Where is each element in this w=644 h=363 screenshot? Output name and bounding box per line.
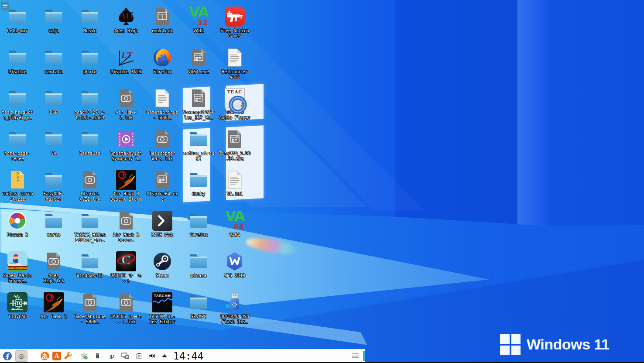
desktop-icon-sakracad[interactable]: SakraCad [72,129,107,156]
desktop-icon-label: cantata [37,69,71,75]
desktop-icon-grid: heli-warcajaMusicAHAces High!emiclockVA3… [0,0,644,363]
desktop-icon-ltspice[interactable]: LTspice [0,47,35,75]
steam-icon [152,251,173,272]
desktop-icon-tascam-hi-res-editor[interactable]: TASCAMTASCAM Hi-Res Editor [145,292,180,325]
desktop-icon-air-hawk-3-desert-storm[interactable]: Air Hawk 3 Desert Storm [109,169,144,202]
desktop-icon-label: LTspice XVII.lnk [73,192,107,202]
desktop-icon-label: Gamefabrique - 5000… [73,314,107,325]
desktop-icon-helicopter-wars[interactable]: Helicopter Wars [217,47,252,80]
folder-icon [188,292,209,313]
desktop-icon-va64-exe[interactable]: VA64.exe [181,47,216,75]
desktop-icon-super-mario-foreve[interactable]: MARIO FOREVERSuper Mario Foreve… [0,251,35,284]
tray-expander-tray-item[interactable] [159,351,170,361]
folder-icon [79,251,100,272]
desktop-icon-wps-2019[interactable]: WPS 2019 [217,251,252,278]
desktop-icon-ltspice-xvii[interactable]: LTLTspice XVII [109,47,144,75]
desktop-icon-label: VA64 [218,233,252,238]
desktop-icon-label: VA [37,151,71,156]
setup-tool-button[interactable] [63,351,73,361]
desktop-icon-photo[interactable]: photo [72,47,107,75]
volume-tray-item[interactable] [147,351,157,361]
input-method-a-button[interactable]: A [51,351,62,361]
desktop-icon-va32[interactable]: VA32VA32 [181,6,216,34]
desktop-icon-dsp[interactable]: DSP [36,88,71,115]
desktop-icon-cadlus-circuit-zip[interactable]: cadlus_circuit.zip [0,169,35,202]
cadlus-icon: C [116,251,137,272]
desktop-icon-va[interactable]: VA [36,129,71,156]
firefox-icon [152,47,173,68]
desktop-icon-aces-high-lnk[interactable]: Aces High.lnk [36,251,71,284]
media-doc-icon [43,251,64,272]
desktop-icon-tinycad-3-00-04-exe[interactable]: TinyCAD_3.00.04.exe [217,129,252,161]
desktop-icon-windows-10[interactable]: Windows-10 [72,251,107,278]
desktop-icon-firefox[interactable]: Firefox [145,47,180,75]
taskbar[interactable]: あA jp 14:44 [0,349,365,362]
panel-handle[interactable] [352,353,359,358]
desktop-icon-aces-high[interactable]: AHAces High [109,6,144,34]
desktop-icon-skympc[interactable]: SkyMPC [181,292,216,319]
desktop-icon-donky[interactable]: donky [181,169,216,197]
desktop-icon-home-page-renee[interactable]: home-page-renee [0,129,35,161]
desktop-icon-tinycad[interactable]: TCTinyCAD [0,292,35,319]
desktop-icon-air-hawk-2[interactable]: Air Hawk 2 [36,292,71,319]
desktop-icon-easydrf-master[interactable]: EasyDRF-master [36,169,71,202]
input-mozc-button[interactable]: あ [40,351,50,361]
desktop-icon-heli-war[interactable]: heli-war [0,6,35,34]
desktop-icon-voxengospanplus-117-wi[interactable]: VoxengoSPANPlus_117_Wi… [181,88,216,120]
display-settings-tray-item[interactable] [120,351,130,361]
folder-icon [188,129,209,150]
gimp-window-button[interactable] [16,351,27,361]
desktop-icon-firefox[interactable]: firefox [181,210,216,238]
desktop-icon-free-action-games[interactable]: Free Action Games [217,6,252,39]
desktop-icon-label: WPS 2019 [218,273,252,278]
desktop-icon-ltspice64-exe[interactable]: LTspice64.exe [145,169,180,202]
desktop-icon-gamefabrique-5000[interactable]: Gamefabrique - 5000… [72,292,107,325]
desktop-icon-cadlus[interactable]: CCADLUS サーキット [109,251,144,284]
app-window-icon [188,47,209,68]
desktop-icon-mate[interactable]: MATE 端末 [145,210,180,238]
desktop-icon-label: Aces High.lnk [37,273,71,284]
wrench-icon [63,351,73,361]
desktop-icon-air-hawk-2-lnk[interactable]: Air Hawk 2.lnk [109,88,144,120]
desktop-icon-label: Firefox [145,69,179,75]
desktop-icon-cadlus-circuit[interactable]: cadlus_circuit [181,129,216,161]
desktop-icon-buffalo-usb-flash-dis[interactable]: BUFFALO USB Flash Dis… [217,292,252,325]
desktop-icon-va64[interactable]: VA64VA64 [217,210,252,238]
desktop-icon-cadlus-lnk[interactable]: CADLUS サーキット.lnk [109,292,144,325]
desktop-icon-va-ini[interactable]: VA.ini [217,169,252,197]
desktop-icon-steam[interactable]: Steam [145,251,180,278]
desktop-icon-teac-hr-audio-player-v[interactable]: teac_hr_audio_player_v… [0,88,35,120]
media-doc-icon [116,210,137,231]
desktop-icon-picasa-3[interactable]: Picasa 3 [0,210,35,238]
desktop-icon-ltspice-xvii-lnk[interactable]: LTspice XVII.lnk [72,169,107,202]
desktop-icon-emiclock[interactable]: !emiclock [145,6,180,34]
device-icon [94,352,101,360]
desktop-icon-picasa[interactable]: picasa [181,251,216,278]
keyboard-layout-tray-item[interactable]: jp [106,351,117,361]
removable-device-tray-item[interactable] [92,351,103,361]
desktop-icon-label: Aces High [109,28,143,34]
folder-icon [188,210,209,231]
desktop-icon-label: photo [73,69,107,75]
ime-a-icon: A [52,352,61,360]
desktop-icon-music[interactable]: Music [72,6,107,34]
desktop-icon-caja[interactable]: caja [36,6,71,34]
fedora-menu-button[interactable] [2,351,13,361]
clipboard-icon [135,352,143,360]
taskbar-clock[interactable]: 14:44 [173,350,203,362]
desktop-icon-qcad-3-27-1-trial-win64[interactable]: qcad-3.27.1-trial-win64 [72,88,107,120]
desktop-icon-shostakovich-symphony-n[interactable]: Shostakovich Symphony N… [109,129,144,161]
desktop-icon-teac-hr-audio-player[interactable]: TEAC♪TEAC HR Audio Player [217,88,252,120]
keyboard-layout-label: jp [110,353,114,359]
desktop-icon-air-hawk-3-deser[interactable]: Air Hawk 3 Deser… [109,210,144,243]
desktop-icon-tascam-hires-editor-ins[interactable]: TASCAM_HiRes Editor_Ins… [72,210,107,243]
media-doc-icon [79,169,100,190]
desktop-icon-cantata[interactable]: cantata [36,47,71,75]
clipboard-manager-tray-item[interactable] [134,351,144,361]
folder-icon [188,251,209,272]
desktop-icon-mario[interactable]: mario [36,210,71,238]
folder-icon [43,88,64,109]
desktop-icon-gamefabrique-5000[interactable]: Gamefabrique - 5000… [145,88,180,120]
software-updater-tray-item[interactable] [79,351,89,361]
desktop-icon-helicopter-wars-lnk[interactable]: Helicopter Wars.lnk [145,129,180,161]
